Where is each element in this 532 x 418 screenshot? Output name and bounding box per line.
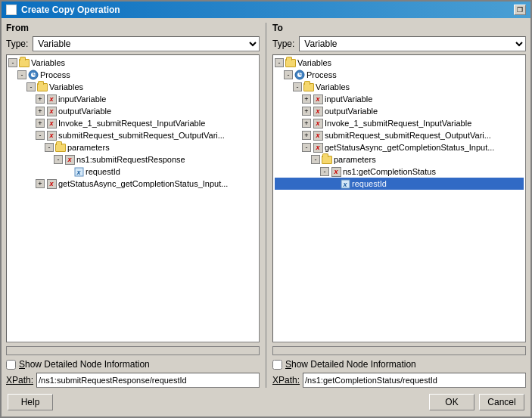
to-panel: To Type: Variable - Variables bbox=[272, 23, 526, 388]
tree-row[interactable]: - Process bbox=[8, 69, 257, 81]
folder-icon bbox=[285, 57, 296, 68]
tree-row[interactable]: x requestId bbox=[8, 166, 257, 178]
expander[interactable]: - bbox=[275, 58, 284, 67]
expander[interactable]: - bbox=[311, 155, 320, 164]
var-icon: x bbox=[331, 166, 341, 177]
tree-row[interactable]: + x outputVariable bbox=[8, 105, 257, 117]
var-icon: x bbox=[46, 178, 57, 189]
bottom-row: Help OK Cancel bbox=[6, 391, 526, 412]
from-type-select[interactable]: Variable bbox=[33, 36, 260, 51]
var-icon: x bbox=[313, 142, 323, 153]
from-xpath-row: XPath: bbox=[6, 373, 260, 388]
expander[interactable]: - bbox=[320, 167, 329, 176]
title-bar: Create Copy Operation ❐ bbox=[2, 2, 530, 18]
folder-icon bbox=[55, 142, 66, 153]
var-icon: x bbox=[46, 130, 57, 141]
tree-row[interactable]: - x submitRequest_submitRequest_OutputVa… bbox=[8, 129, 257, 141]
main-window: Create Copy Operation ❐ From Type: Varia… bbox=[0, 0, 532, 418]
tree-row[interactable]: - parameters bbox=[275, 153, 524, 166]
expander[interactable]: - bbox=[26, 82, 36, 91]
process-icon bbox=[294, 70, 305, 80]
expander[interactable]: - bbox=[284, 70, 293, 79]
to-type-label: Type: bbox=[272, 39, 294, 49]
folder-icon bbox=[19, 57, 30, 68]
tree-row[interactable]: - Variables bbox=[8, 57, 257, 69]
folder-icon bbox=[37, 82, 48, 92]
window-controls: ❐ bbox=[514, 5, 526, 15]
from-show-detailed-row: Show Detailed Node Information bbox=[6, 359, 260, 370]
expander[interactable]: + bbox=[36, 119, 45, 128]
var-icon: x bbox=[313, 118, 323, 128]
tree-row[interactable]: + x submitRequest_submitRequest_OutputVa… bbox=[275, 129, 524, 141]
svg-rect-1 bbox=[9, 8, 13, 11]
expander[interactable]: - bbox=[8, 58, 17, 67]
to-xpath-input[interactable] bbox=[303, 373, 526, 388]
to-tree[interactable]: - Variables - bbox=[272, 54, 526, 342]
from-xpath-input[interactable] bbox=[36, 373, 260, 388]
expander[interactable]: + bbox=[36, 107, 45, 116]
selected-node-label: requestId bbox=[352, 179, 387, 188]
from-tree[interactable]: - Variables - bbox=[6, 54, 260, 342]
tree-row[interactable]: - Variables bbox=[275, 81, 524, 93]
expander[interactable]: + bbox=[36, 94, 45, 104]
from-show-detailed-checkbox[interactable] bbox=[6, 360, 16, 370]
from-panel: From Type: Variable - Variables bbox=[6, 23, 260, 388]
tree-row[interactable]: - x ns1:getCompletionStatus bbox=[275, 166, 524, 178]
main-content: From Type: Variable - Variables bbox=[2, 18, 530, 416]
expander[interactable]: - bbox=[36, 131, 45, 140]
tree-row[interactable]: - Variables bbox=[8, 81, 257, 93]
expander[interactable]: - bbox=[17, 70, 26, 79]
help-button[interactable]: Help bbox=[8, 394, 53, 410]
var-icon: x bbox=[313, 130, 323, 141]
expander[interactable]: + bbox=[302, 119, 311, 128]
bottom-right-buttons: OK Cancel bbox=[429, 394, 524, 410]
tree-row[interactable]: + x inputVariable bbox=[275, 93, 524, 105]
expander[interactable]: + bbox=[302, 107, 311, 116]
expander[interactable]: - bbox=[54, 155, 63, 164]
expander[interactable]: + bbox=[36, 179, 45, 188]
panels-container: From Type: Variable - Variables bbox=[6, 23, 526, 388]
to-type-row: Type: Variable bbox=[272, 36, 526, 51]
from-show-detailed-label: Show Detailed Node Information bbox=[19, 359, 150, 370]
tree-row[interactable]: + x inputVariable bbox=[8, 93, 257, 105]
expander[interactable]: - bbox=[45, 143, 54, 152]
svg-text:x: x bbox=[342, 181, 347, 188]
item-icon: x bbox=[340, 178, 350, 189]
process-icon bbox=[28, 70, 39, 80]
to-type-select[interactable]: Variable bbox=[299, 36, 526, 51]
to-show-detailed-checkbox[interactable] bbox=[272, 360, 282, 370]
var-icon: x bbox=[46, 94, 57, 104]
cancel-button[interactable]: Cancel bbox=[479, 394, 524, 410]
restore-button[interactable]: ❐ bbox=[514, 5, 526, 15]
tree-row[interactable]: + x getStatusAsync_getCompletionStatus_I… bbox=[8, 178, 257, 190]
window-icon bbox=[6, 5, 17, 15]
tree-row[interactable]: + x Invoke_1_submitRequest_InputVariable bbox=[275, 117, 524, 129]
from-type-row: Type: Variable bbox=[6, 36, 260, 51]
to-title: To bbox=[272, 23, 526, 33]
var-icon: x bbox=[313, 94, 323, 104]
tree-row[interactable]: - Process bbox=[275, 69, 524, 81]
var-icon: x bbox=[313, 106, 323, 116]
folder-icon bbox=[322, 154, 332, 165]
folder-icon bbox=[303, 82, 314, 92]
tree-row-selected[interactable]: x requestId bbox=[275, 178, 524, 190]
ok-button[interactable]: OK bbox=[429, 394, 474, 410]
from-tree-scrollbar[interactable] bbox=[6, 346, 260, 355]
expander[interactable]: + bbox=[302, 131, 311, 140]
var-icon: x bbox=[46, 118, 57, 128]
to-show-detailed-row: Show Detailed Node Information bbox=[272, 359, 526, 370]
tree-row[interactable]: - Variables bbox=[275, 57, 524, 69]
expander[interactable]: - bbox=[302, 143, 311, 152]
tree-row[interactable]: + x Invoke_1_submitRequest_InputVariable bbox=[8, 117, 257, 129]
to-tree-scrollbar[interactable] bbox=[272, 346, 526, 355]
tree-row[interactable]: - x ns1:submitRequestResponse bbox=[8, 153, 257, 166]
to-xpath-label: XPath: bbox=[272, 375, 300, 385]
panel-divider bbox=[266, 23, 266, 388]
var-icon: x bbox=[64, 154, 75, 165]
expander[interactable]: - bbox=[293, 82, 302, 91]
tree-row[interactable]: - x getStatusAsync_getCompletionStatus_I… bbox=[275, 141, 524, 153]
tree-row[interactable]: - parameters bbox=[8, 141, 257, 153]
tree-row[interactable]: + x outputVariable bbox=[275, 105, 524, 117]
svg-text:x: x bbox=[76, 169, 81, 176]
expander[interactable]: + bbox=[302, 94, 311, 104]
